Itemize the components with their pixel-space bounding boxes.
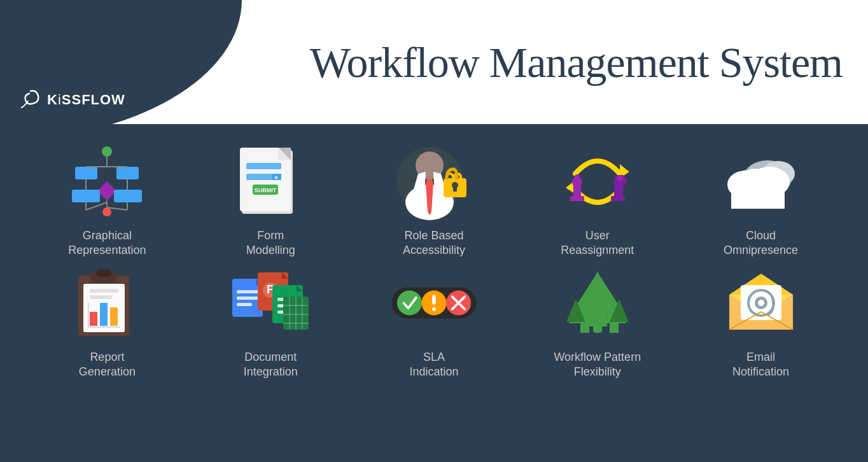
svg-point-0 — [102, 146, 112, 157]
svg-rect-70 — [237, 290, 258, 293]
svg-rect-62 — [100, 303, 108, 326]
svg-rect-67 — [90, 295, 112, 299]
svg-rect-9 — [72, 190, 100, 202]
document-integration-label: DocumentIntegration — [244, 350, 298, 380]
document-integration-icon: P — [232, 265, 309, 341]
feature-email-notification: EmailNotification — [691, 265, 831, 380]
svg-point-48 — [617, 175, 623, 181]
svg-rect-61 — [90, 312, 97, 326]
svg-rect-47 — [614, 186, 623, 197]
user-reassignment-icon — [559, 143, 636, 220]
logo-icon — [19, 88, 42, 111]
svg-point-45 — [575, 174, 580, 179]
svg-rect-56 — [731, 188, 785, 209]
sla-indication-icon — [396, 265, 472, 341]
svg-text:SUBMIT: SUBMIT — [255, 187, 277, 193]
feature-document-integration: P DocumentInt — [200, 265, 340, 380]
sla-indication-label: SLAIndication — [409, 350, 458, 380]
header: KiSSFLOW Workflow Management System — [0, 0, 868, 124]
svg-rect-63 — [110, 307, 118, 326]
svg-rect-10 — [114, 190, 142, 202]
svg-rect-38 — [453, 186, 457, 192]
workflow-pattern-label: Workflow PatternFlexibility — [554, 350, 641, 380]
svg-rect-92 — [432, 295, 436, 304]
report-generation-label: ReportGeneration — [79, 350, 136, 380]
svg-point-55 — [741, 169, 769, 192]
feature-role-based: Role BasedAccessibility — [364, 143, 504, 258]
svg-point-111 — [758, 300, 764, 306]
features-row-2: ReportGeneration P — [13, 265, 855, 380]
role-based-label: Role BasedAccessibility — [403, 228, 465, 258]
svg-rect-71 — [237, 297, 258, 300]
svg-point-93 — [432, 307, 436, 311]
svg-rect-59 — [96, 269, 111, 277]
svg-marker-4 — [97, 181, 116, 200]
graphical-representation-icon — [69, 143, 145, 220]
feature-graphical-representation: GraphicalRepresentation — [37, 143, 177, 258]
svg-point-90 — [397, 290, 422, 315]
role-based-icon — [396, 143, 472, 220]
user-reassignment-label: UserReassignment — [561, 228, 634, 258]
svg-rect-21 — [246, 163, 281, 169]
svg-rect-2 — [75, 167, 97, 179]
feature-user-reassignment: UserReassignment — [528, 143, 668, 258]
svg-rect-66 — [90, 289, 118, 293]
email-notification-icon — [723, 265, 799, 341]
cloud-omnipresence-label: CloudOmnipresence — [724, 228, 798, 258]
form-modelling-label: FormModelling — [246, 228, 295, 258]
cloud-omnipresence-icon — [723, 143, 799, 220]
logo-text: KiSSFLOW — [47, 92, 125, 108]
svg-text:▼: ▼ — [274, 175, 279, 181]
page-title: Workflow Management System — [310, 37, 843, 87]
workflow-pattern-icon — [559, 265, 636, 341]
form-modelling-icon: SUBMIT ▼ — [232, 143, 309, 220]
svg-point-12 — [102, 207, 111, 216]
svg-rect-72 — [237, 303, 252, 306]
graphical-representation-label: GraphicalRepresentation — [68, 228, 146, 258]
svg-rect-3 — [116, 167, 139, 179]
main-content: GraphicalRepresentation SU — [0, 124, 868, 399]
logo-area: KiSSFLOW — [19, 88, 125, 111]
feature-sla-indication: SLAIndication — [364, 265, 504, 380]
feature-workflow-pattern: Workflow PatternFlexibility — [528, 265, 668, 380]
feature-form-modelling: SUBMIT ▼ FormModelling — [200, 143, 340, 258]
feature-report-generation: ReportGeneration — [37, 265, 177, 380]
features-row-1: GraphicalRepresentation SU — [13, 143, 855, 258]
feature-cloud-omnipresence: CloudOmnipresence — [691, 143, 831, 258]
email-notification-label: EmailNotification — [732, 350, 789, 380]
report-generation-icon — [69, 265, 145, 341]
